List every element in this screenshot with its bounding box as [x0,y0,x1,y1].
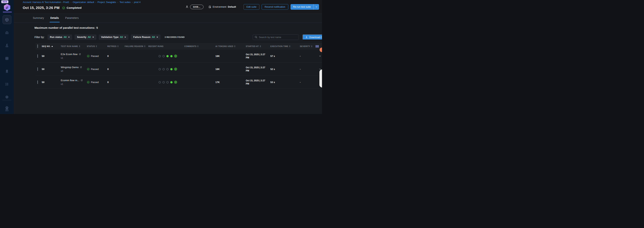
run-dot-passed[interactable] [170,55,172,57]
run-dot-none[interactable] [162,68,165,70]
column-header-seq-no[interactable]: SEQ NO. [42,45,61,47]
cell-severity: - [300,68,316,71]
cell-started-at: Oct 15, 2025 | 3:27 PM [246,79,267,85]
breadcrumb-separator: › [70,1,71,4]
run-dot-latest[interactable] [174,55,177,58]
run-dot-none[interactable] [166,68,169,70]
breadcrumb-organization[interactable]: Organization: default [73,1,94,4]
breadcrumb-project[interactable]: Project: Swaglabs [98,1,116,4]
run-dot-passed[interactable] [170,68,172,70]
row-checkbox[interactable] [38,67,38,71]
column-header-status[interactable]: STATUS [87,45,107,47]
table-header-row: SEQ NO. TEST RUN NAME STATUS RETRIES FAI… [36,43,322,50]
external-link-icon[interactable] [79,53,81,55]
edit-suite-button[interactable]: Edit suite [244,4,260,10]
test-run-link[interactable]: Ecomm flow m... [61,79,87,82]
page-title: Oct 15, 2025, 3:26 PM [23,6,60,10]
status-text: Passed [91,68,99,71]
column-header-failure-reason[interactable]: FAILURE REASON [125,45,148,47]
lab-flask-icon [5,44,9,48]
validation-type-filter[interactable]: Validation Type All [99,35,128,40]
sidebar-item-home[interactable] [2,28,11,37]
test-run-link[interactable]: E2e Ecom flow [61,53,87,56]
cell-retries: 0 [107,68,125,71]
chevron-down-icon [319,55,321,57]
run-dot-latest[interactable] [174,81,177,84]
test-run-name-text[interactable]: E2e Ecom flow [61,53,78,56]
status-text: Completed [66,6,82,10]
sort-icon [118,45,118,47]
sort-icon [311,45,312,47]
harness-logo-icon[interactable] [4,4,10,11]
run-dot-passed[interactable] [166,55,169,57]
test-run-name-text[interactable]: Wingstop Demo [61,66,79,69]
checklist-icon [5,82,9,86]
sort-icon [234,45,235,47]
search-icon [254,36,258,39]
sidebar-item-modules[interactable] [2,15,11,24]
environment-icon [208,6,211,9]
max-parallel-executions: Maximum number of parallel test executio… [34,26,322,29]
cell-retries: 0 [107,55,125,58]
breadcrumb-account[interactable]: Account: Harness AI Test Automation - Pr… [23,1,69,4]
recent-runs [148,55,184,58]
column-header-started-at[interactable]: STARTED AT [246,45,270,47]
run-dot-none[interactable] [158,55,161,57]
rerun-options-button[interactable] [314,4,319,10]
column-header-severity[interactable]: SEVERITY [300,45,316,47]
environment-value[interactable]: Default [228,6,236,8]
external-link-icon[interactable] [81,79,83,81]
tab-summary[interactable]: Summary [33,17,44,22]
run-dot-none[interactable] [166,81,169,83]
sidebar-item-account-settings[interactable] [2,103,11,112]
tab-details[interactable]: Details [50,17,59,22]
run-dot-latest[interactable] [174,68,177,71]
sidebar-item-grid[interactable] [2,54,11,63]
row-checkbox[interactable] [38,80,38,84]
tab-parameters[interactable]: Parameters [65,17,79,22]
run-dot-none[interactable] [158,81,161,83]
cell-test-run-name: Ecomm flow m... v1 [61,79,87,85]
column-selector-icon[interactable] [316,45,322,48]
row-expand-button[interactable] [316,55,322,57]
resend-notification-button[interactable]: Resend notification [262,4,288,10]
column-header-ai-tokens-used[interactable]: AI TOKENS USED [216,45,246,47]
floating-edge-widget[interactable] [320,69,322,88]
column-header-execution-time[interactable]: EXECUTION TIME [270,45,300,47]
run-dot-passed[interactable] [170,81,172,83]
test-run-link[interactable]: Wingstop Demo [61,66,87,69]
rerun-test-suite-label[interactable]: Re-run test suite [290,6,314,8]
severity-filter[interactable]: Severity All [74,35,96,40]
run-dot-none[interactable] [162,55,165,57]
column-header-comments[interactable]: COMMENTS [184,45,216,47]
run-dot-none[interactable] [158,68,161,70]
breadcrumb-suite-name[interactable]: prod 4 [134,1,140,4]
column-header-retries[interactable]: RETRIES [107,45,125,47]
rerun-test-suite-split-button[interactable]: Re-run test suite [290,4,319,10]
check-circle-icon [87,68,90,71]
severity-filter-value: All [88,36,91,39]
breadcrumb-test-suites[interactable]: Test suites [120,1,130,4]
sidebar-item-lab[interactable] [2,41,11,50]
test-run-name-text[interactable]: Ecomm flow m... [61,79,80,82]
search-input[interactable] [253,34,299,40]
run-dot-none[interactable] [162,81,165,83]
home-icon [5,31,9,35]
settings-gear-icon [5,106,9,110]
column-header-test-run-name[interactable]: TEST RUN NAME [61,45,87,47]
filter-toolbar: Filter by: Run status All Severity All V… [34,34,322,40]
failure-reason-filter[interactable]: Failure Reason All [131,35,160,40]
cell-started-at: Oct 15, 2025 | 3:27 PM [246,53,267,59]
max-parallel-value: 5 [96,26,98,29]
sidebar-item-test-tubes[interactable] [2,67,11,76]
cell-execution-time: 53 s [270,81,300,84]
select-all-checkbox[interactable] [38,44,38,48]
cell-severity: - [300,55,316,58]
sidebar-item-checklist[interactable] [2,80,11,88]
row-checkbox[interactable] [38,54,38,58]
download-csv-button[interactable]: Download CSV [302,34,322,40]
run-status-filter[interactable]: Run status All [48,35,72,40]
cell-status: Passed [87,55,107,58]
user-pill[interactable]: SHIB... [190,5,204,9]
external-link-icon[interactable] [80,66,82,68]
